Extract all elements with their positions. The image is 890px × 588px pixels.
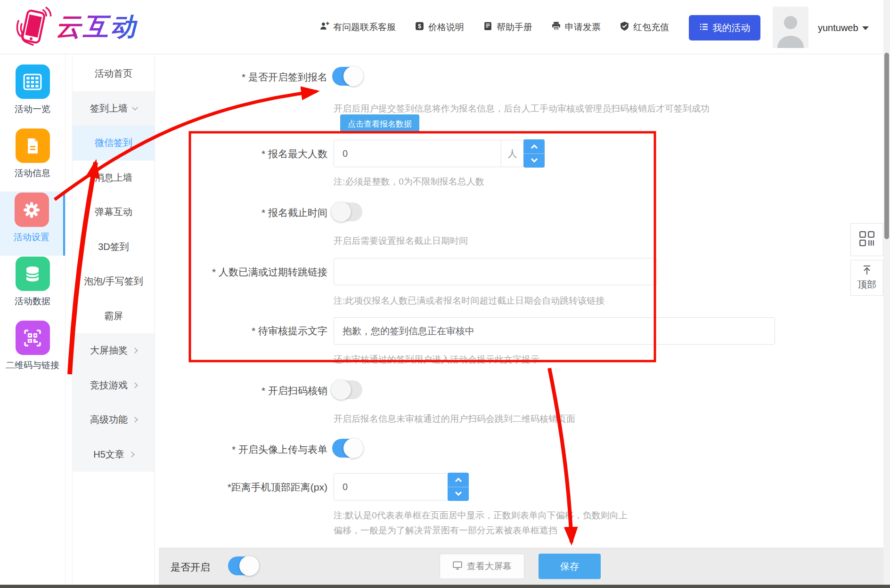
menu-item-danmu[interactable]: 弹幕互动 — [73, 195, 155, 230]
chevron-up-icon — [531, 145, 537, 151]
pending-text-input[interactable]: 抱歉，您的签到信息正在审核中 — [334, 317, 775, 345]
gear-icon — [15, 193, 49, 227]
dollar-icon: $ — [415, 21, 425, 33]
view-signup-data-button[interactable]: 点击查看报名数据 — [340, 114, 419, 133]
logo-text: 云互动 — [56, 10, 138, 44]
field-label-max-people: * 报名最大人数 — [160, 147, 327, 161]
max-people-input-group: 0 人 — [334, 140, 544, 167]
step-down-button[interactable] — [523, 154, 545, 168]
field-label-enable-signup: * 是否开启签到报名 — [160, 71, 327, 84]
footer-action-bar — [159, 548, 890, 585]
sidebar-item-activity-data[interactable]: 活动数据 — [0, 256, 65, 320]
toggle-knob — [331, 202, 351, 222]
menu-item-advanced[interactable]: 高级功能 — [73, 403, 155, 437]
menu-item-label: 签到上墙 — [90, 102, 128, 115]
nav-invoice[interactable]: 申请发票 — [551, 21, 601, 33]
back-to-top-label: 顶部 — [857, 278, 876, 291]
sidebar-item-label: 活动信息 — [15, 167, 50, 179]
database-icon — [16, 257, 50, 291]
scrollbar-track[interactable] — [883, 0, 890, 588]
view-big-screen-label: 查看大屏幕 — [467, 560, 512, 572]
sidebar-item-activity-overview[interactable]: 活动一览 — [0, 64, 65, 128]
avatar[interactable] — [773, 7, 808, 48]
footer-enable-label: 是否开启 — [171, 561, 210, 574]
hint-pending-text: 还未审核通过的签到用户进入活动会提示此文字提示 — [334, 354, 539, 366]
view-big-screen-button[interactable]: 查看大屏幕 — [440, 554, 524, 579]
chevron-down-icon — [455, 489, 461, 496]
sidebar-item-qrcode-links[interactable]: 二维码与链接 — [0, 320, 65, 384]
redirect-link-input[interactable] — [334, 258, 657, 285]
hint-deadline: 开启后需要设置报名截止日期时间 — [334, 235, 468, 247]
sidebar-item-label: 活动一览 — [15, 103, 50, 115]
nav-label: 有问题联系客服 — [333, 21, 396, 33]
chevron-down-icon — [531, 156, 537, 162]
toggle-enable-signup[interactable] — [332, 67, 362, 86]
hint-enable-signup: 开启后用户提交签到信息将作为报名信息，后台人工手动审核或管理员扫码核销后才可签到… — [334, 103, 710, 115]
menu-item-bubble-signin[interactable]: 泡泡/手写签到 — [73, 264, 155, 299]
list-icon — [699, 22, 709, 34]
chevron-up-icon — [455, 478, 461, 484]
toggle-deadline[interactable] — [332, 202, 362, 221]
sidebar-item-activity-info[interactable]: 活动信息 — [0, 128, 65, 192]
nav-pricing[interactable]: $ 价格说明 — [415, 21, 464, 33]
taskbar-edge — [0, 585, 890, 588]
sidebar-item-label: 活动设置 — [14, 231, 49, 243]
field-label-avatar-form: * 开启头像上传与表单 — [160, 443, 327, 456]
nav-label: 申请发票 — [565, 21, 601, 33]
menu-item-h5-article[interactable]: H5文章 — [73, 437, 155, 472]
my-activities-button[interactable]: 我的活动 — [689, 15, 760, 40]
toggle-knob — [343, 438, 363, 458]
menu-item-3d-signin[interactable]: 3D签到 — [73, 230, 155, 265]
menu-item-games[interactable]: 竞技游戏 — [73, 368, 155, 403]
chevron-right-icon — [129, 451, 135, 458]
menu-item-baping[interactable]: 霸屏 — [73, 299, 155, 334]
step-up-button[interactable] — [523, 139, 545, 154]
scrollbar-thumb[interactable] — [884, 53, 889, 239]
settings-menu: 活动首页 签到上墙 微信签到 消息上墙 弹幕互动 3D签到 泡泡/手写签到 霸屏… — [72, 54, 155, 588]
phone-hand-logo-icon — [13, 6, 53, 48]
hint-scan-verify: 开启后报名信息未审核通过的用户扫码会跳到二维码核销页面 — [334, 413, 575, 425]
sidebar-item-activity-settings[interactable]: 活动设置 — [0, 192, 65, 256]
menu-item-message-wall[interactable]: 消息上墙 — [73, 161, 155, 195]
toggle-scan-verify[interactable] — [332, 380, 362, 399]
hint-max-people: 注:必须是整数，0为不限制报名总人数 — [334, 176, 484, 188]
menu-item-label: 霸屏 — [104, 310, 123, 322]
toggle-footer-enable[interactable] — [228, 556, 258, 575]
menu-item-label: 3D签到 — [98, 241, 129, 253]
nav-contact-support[interactable]: 有问题联系客服 — [319, 21, 396, 33]
nav-help-manual[interactable]: 帮助手册 — [483, 21, 532, 33]
layout-icon — [858, 230, 875, 249]
field-label-redirect-link: * 人数已满或过期转跳链接 — [160, 266, 327, 279]
nav-recharge[interactable]: 红包充值 — [620, 21, 669, 33]
hint-top-distance-line1: 注:默认是0代表表单框在页面居中显示，正数则表单向下偏移，负数则向上 — [334, 509, 628, 522]
header: 云互动 有问题联系客服 $ 价格说明 帮助手册 — [0, 0, 890, 54]
back-to-top-button[interactable]: 顶部 — [850, 260, 883, 296]
layout-widget-button[interactable] — [850, 223, 883, 256]
toggle-avatar-form[interactable] — [332, 439, 362, 458]
menu-item-label: 消息上墙 — [95, 171, 132, 184]
nav-label: 帮助手册 — [497, 21, 532, 33]
hint-redirect-link: 注:此项仅报名人数已满或者报名时间超过截止日期会自动跳转该链接 — [334, 295, 604, 307]
top-distance-stepper — [448, 473, 469, 501]
top-distance-input-group: 0 — [334, 473, 468, 500]
user-menu[interactable]: yuntuweb — [818, 23, 869, 33]
menu-item-wechat-signin[interactable]: 微信签到 — [73, 126, 155, 161]
top-distance-input[interactable]: 0 — [334, 474, 448, 500]
chevron-down-icon — [132, 105, 138, 111]
username-text: yuntuweb — [818, 23, 858, 33]
step-down-button[interactable] — [448, 487, 469, 501]
menu-item-lottery[interactable]: 大屏抽奖 — [73, 333, 155, 368]
save-button[interactable]: 保存 — [539, 554, 601, 579]
chevron-right-icon — [132, 417, 138, 423]
menu-item-label: 大屏抽奖 — [90, 344, 128, 357]
logo[interactable]: 云互动 — [13, 6, 138, 48]
menu-item-signin-wall[interactable]: 签到上墙 — [73, 91, 155, 126]
menu-item-label: 活动首页 — [95, 67, 132, 80]
menu-item-label: 微信签到 — [95, 137, 132, 149]
field-label-scan-verify: * 开启扫码核销 — [160, 384, 327, 397]
menu-item-activity-home[interactable]: 活动首页 — [73, 56, 155, 91]
menu-item-label: 竞技游戏 — [90, 379, 128, 392]
max-people-input[interactable]: 0 — [334, 140, 501, 167]
arrow-up-to-line-icon — [861, 265, 873, 278]
step-up-button[interactable] — [448, 473, 469, 487]
